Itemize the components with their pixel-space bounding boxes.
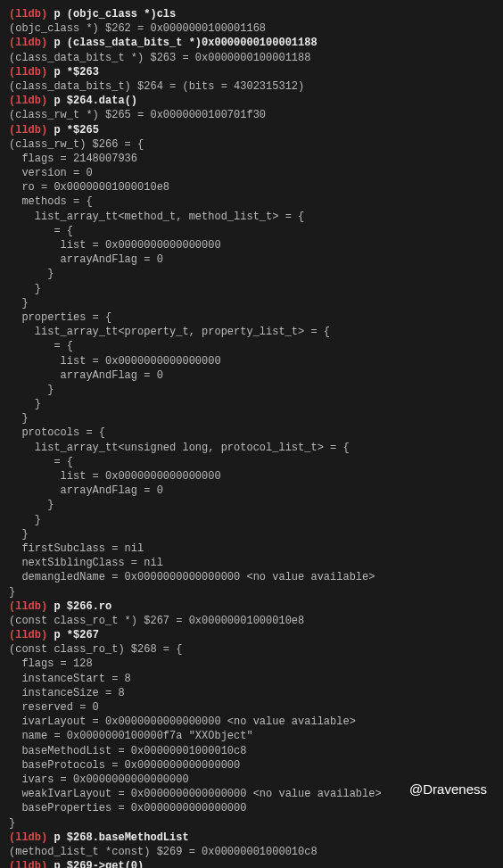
terminal-output-line: list = 0x0000000000000000 — [9, 469, 494, 484]
terminal-output-line: baseProtocols = 0x0000000000000000 — [9, 758, 494, 773]
terminal-output-line: protocols = { — [9, 426, 494, 440]
lldb-output-text: arrayAndFlag = 0 — [9, 253, 163, 266]
terminal-output-line: instanceSize = 8 — [9, 686, 494, 700]
lldb-output-text: } — [9, 412, 29, 425]
lldb-output-text: (class_rw_t *) $265 = 0x0000000100701f30 — [9, 109, 266, 121]
terminal-output-line: list = 0x0000000000000000 — [9, 238, 494, 252]
terminal-output-line: list = 0x0000000000000000 — [9, 354, 494, 368]
lldb-output-text: version = 0 — [9, 167, 93, 179]
lldb-output-text: ivars = 0x0000000000000000 — [9, 773, 189, 786]
terminal-output-line: } — [9, 816, 494, 831]
lldb-output-text: baseProperties = 0x0000000000000000 — [9, 802, 246, 814]
lldb-output-text: firstSubclass = nil — [9, 542, 144, 555]
lldb-command-text: p $269->get(0) — [54, 860, 144, 868]
terminal-command-line: (lldb) p $264.data() — [9, 94, 494, 108]
terminal-output-line: (class_rw_t) $266 = { — [9, 137, 494, 152]
lldb-output-text: name = 0x0000000100000f7a "XXObject" — [9, 730, 253, 742]
terminal-command-line: (lldb) p *$265 — [9, 123, 494, 137]
lldb-output-text: list_array_tt<unsigned long, protocol_li… — [9, 442, 350, 454]
terminal-output-line: nextSiblingClass = nil — [9, 556, 494, 570]
lldb-output-text: list_array_tt<method_t, method_list_t> =… — [9, 211, 304, 223]
terminal-output-line: } — [9, 282, 494, 296]
lldb-output-text: nextSiblingClass = nil — [9, 557, 163, 569]
lldb-output-text: = { — [9, 340, 73, 352]
lldb-output-text: instanceSize = 8 — [9, 687, 125, 699]
lldb-prompt: (lldb) — [9, 124, 54, 136]
lldb-command-text: p $268.baseMethodList — [54, 831, 188, 844]
lldb-output-text: arrayAndFlag = 0 — [9, 369, 163, 382]
terminal-output-line: baseProperties = 0x0000000000000000 — [9, 801, 494, 815]
terminal-output-line: version = 0 — [9, 166, 494, 180]
lldb-output-text: (const class_ro_t) $268 = { — [9, 643, 182, 656]
terminal-output-line: flags = 2148007936 — [9, 152, 494, 166]
lldb-prompt: (lldb) — [9, 8, 54, 21]
terminal-output-line: list_array_tt<unsigned long, protocol_li… — [9, 441, 494, 455]
lldb-output-text: properties = { — [9, 311, 111, 324]
lldb-output-text: } — [9, 384, 54, 396]
terminal-output-line: (const class_ro_t) $268 = { — [9, 642, 494, 657]
terminal-output-line: ivarLayout = 0x0000000000000000 <no valu… — [9, 715, 494, 729]
terminal-output-line: (method_list_t *const) $269 = 0x00000001… — [9, 845, 494, 859]
lldb-prompt: (lldb) — [9, 629, 54, 641]
lldb-output-text: methods = { — [9, 195, 93, 208]
lldb-output-text: = { — [9, 225, 73, 237]
lldb-output-text: } — [9, 528, 29, 541]
terminal-output-line: arrayAndFlag = 0 — [9, 484, 494, 498]
lldb-command-text: p $266.ro — [54, 600, 111, 613]
terminal-output-line: name = 0x0000000100000f7a "XXObject" — [9, 729, 494, 743]
lldb-prompt: (lldb) — [9, 860, 54, 868]
lldb-output-text: weakIvarLayout = 0x0000000000000000 <no … — [9, 788, 382, 800]
lldb-output-text: } — [9, 586, 15, 599]
lldb-output-text: (class_rw_t) $266 = { — [9, 138, 144, 151]
lldb-output-text: list_array_tt<property_t, property_list_… — [9, 326, 330, 338]
terminal-output-line: demangledName = 0x0000000000000000 <no v… — [9, 570, 494, 584]
lldb-output-text: (objc_class *) $262 = 0x0000000100001168 — [9, 22, 266, 35]
lldb-output-text: } — [9, 398, 41, 410]
lldb-output-text: flags = 2148007936 — [9, 153, 137, 165]
lldb-output-text: ivarLayout = 0x0000000000000000 <no valu… — [9, 715, 356, 728]
lldb-output-text: demangledName = 0x0000000000000000 <no v… — [9, 571, 375, 583]
lldb-output-text: } — [9, 817, 15, 830]
lldb-output-text: ro = 0x00000001000010e8 — [9, 181, 169, 194]
terminal-output-line: } — [9, 411, 494, 426]
terminal-output-line: list_array_tt<method_t, method_list_t> =… — [9, 210, 494, 224]
terminal-output-line: } — [9, 397, 494, 411]
lldb-output-text: (class_data_bits_t) $264 = (bits = 43023… — [9, 80, 304, 93]
terminal-output-line: = { — [9, 224, 494, 238]
lldb-prompt: (lldb) — [9, 600, 54, 613]
terminal-output-line: } — [9, 527, 494, 541]
terminal-output-line: } — [9, 585, 494, 599]
lldb-output-text: list = 0x0000000000000000 — [9, 470, 221, 483]
terminal-command-line: (lldb) p $269->get(0) — [9, 859, 494, 868]
terminal-command-line: (lldb) p $266.ro — [9, 599, 494, 614]
terminal-output-line: } — [9, 383, 494, 397]
lldb-output-text: instanceStart = 8 — [9, 673, 131, 685]
terminal-output-line: baseMethodList = 0x00000001000010c8 — [9, 744, 494, 758]
terminal-output-line: properties = { — [9, 310, 494, 325]
terminal-output-line: ivars = 0x0000000000000000 — [9, 773, 494, 787]
lldb-terminal[interactable]: (lldb) p (objc_class *)cls(objc_class *)… — [0, 0, 503, 868]
terminal-output-line: arrayAndFlag = 0 — [9, 368, 494, 383]
terminal-output-line: flags = 128 — [9, 657, 494, 671]
terminal-command-line: (lldb) p $268.baseMethodList — [9, 831, 494, 845]
lldb-output-text: list = 0x0000000000000000 — [9, 355, 221, 368]
terminal-output-line: ro = 0x00000001000010e8 — [9, 180, 494, 194]
lldb-command-text: p $264.data() — [54, 95, 137, 107]
terminal-output-line: = { — [9, 455, 494, 469]
terminal-output-line: arrayAndFlag = 0 — [9, 252, 494, 267]
lldb-output-text: baseProtocols = 0x0000000000000000 — [9, 759, 240, 772]
lldb-prompt: (lldb) — [9, 37, 54, 49]
lldb-output-text: list = 0x0000000000000000 — [9, 239, 221, 252]
lldb-output-text: } — [9, 268, 54, 280]
lldb-output-text: } — [9, 283, 41, 295]
terminal-output-line: } — [9, 498, 494, 512]
terminal-output-line: reserved = 0 — [9, 700, 494, 715]
terminal-command-line: (lldb) p (class_data_bits_t *)0x00000001… — [9, 36, 494, 50]
lldb-command-text: p *$267 — [54, 629, 98, 641]
lldb-output-text: protocols = { — [9, 426, 105, 439]
terminal-output-line: } — [9, 267, 494, 281]
terminal-output-line: methods = { — [9, 194, 494, 209]
lldb-output-text: baseMethodList = 0x00000001000010c8 — [9, 745, 246, 757]
terminal-output-line: (class_data_bits_t *) $263 = 0x000000010… — [9, 51, 494, 65]
terminal-output-line: instanceStart = 8 — [9, 672, 494, 686]
